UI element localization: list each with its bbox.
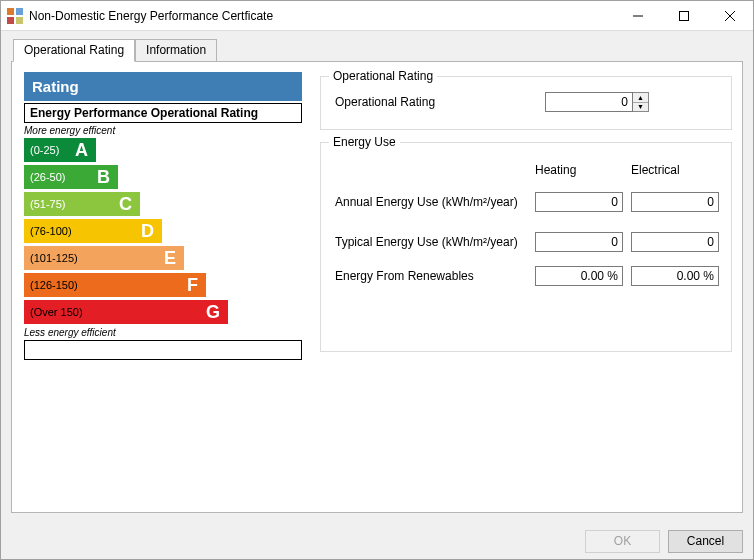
annual-heating-input[interactable]: [535, 192, 623, 212]
band-letter: F: [187, 275, 198, 296]
minimize-button[interactable]: [615, 1, 661, 30]
less-efficient-label: Less energy efficient: [24, 327, 302, 338]
group-legend: Operational Rating: [329, 69, 437, 83]
typical-electrical-input[interactable]: [631, 232, 719, 252]
rating-header: Rating: [24, 72, 302, 101]
cancel-button[interactable]: Cancel: [668, 530, 743, 553]
window: Non-Domestic Energy Performance Certfica…: [0, 0, 754, 560]
band-range: (126-150): [30, 279, 78, 291]
svg-rect-1: [680, 11, 689, 20]
group-energy-use: Energy Use Heating Electrical Annual Ene…: [320, 142, 732, 352]
rating-title: Energy Performance Operational Rating: [24, 103, 302, 123]
band-letter: G: [206, 302, 220, 323]
operational-rating-spinner[interactable]: ▲ ▼: [633, 92, 649, 112]
band-range: (101-125): [30, 252, 78, 264]
more-efficient-label: More energy efficent: [24, 125, 302, 136]
spinner-up-icon[interactable]: ▲: [633, 93, 648, 103]
tab-panel-operational: Rating Energy Performance Operational Ra…: [11, 61, 743, 513]
maximize-button[interactable]: [661, 1, 707, 30]
ok-button: OK: [585, 530, 660, 553]
rating-band-f: (126-150) F: [24, 273, 206, 297]
rating-band-c: (51-75) C: [24, 192, 140, 216]
spinner-down-icon[interactable]: ▼: [633, 103, 648, 112]
band-range: (0-25): [30, 144, 59, 156]
rating-band-a: (0-25) A: [24, 138, 96, 162]
rating-panel: Rating Energy Performance Operational Ra…: [24, 72, 302, 360]
rating-result-box: [24, 340, 302, 360]
typical-heating-input[interactable]: [535, 232, 623, 252]
tabstrip: Operational Rating Information: [11, 39, 743, 62]
operational-rating-input[interactable]: [545, 92, 633, 112]
band-letter: A: [75, 140, 88, 161]
rating-band-e: (101-125) E: [24, 246, 184, 270]
annual-energy-label: Annual Energy Use (kWh/m²/year): [335, 195, 518, 209]
band-letter: D: [141, 221, 154, 242]
group-operational-rating: Operational Rating Operational Rating ▲ …: [320, 76, 732, 130]
renewables-label: Energy From Renewables: [335, 269, 474, 283]
dialog-footer: OK Cancel: [1, 523, 753, 559]
rating-bars: (0-25) A (26-50) B (51-75) C (76-100) D: [24, 138, 302, 324]
col-heating: Heating: [535, 163, 576, 177]
typical-energy-label: Typical Energy Use (kWh/m²/year): [335, 235, 518, 249]
band-range: (26-50): [30, 171, 65, 183]
annual-electrical-input[interactable]: [631, 192, 719, 212]
window-title: Non-Domestic Energy Performance Certfica…: [29, 9, 615, 23]
tab-information[interactable]: Information: [135, 39, 217, 62]
band-range: (51-75): [30, 198, 65, 210]
close-button[interactable]: [707, 1, 753, 30]
operational-rating-label: Operational Rating: [335, 95, 435, 109]
tab-operational-rating[interactable]: Operational Rating: [13, 39, 135, 62]
titlebar: Non-Domestic Energy Performance Certfica…: [1, 1, 753, 31]
band-letter: E: [164, 248, 176, 269]
client-area: Operational Rating Information Rating En…: [1, 31, 753, 523]
group-legend: Energy Use: [329, 135, 400, 149]
renew-heating-input[interactable]: [535, 266, 623, 286]
band-range: (Over 150): [30, 306, 83, 318]
renew-electrical-input[interactable]: [631, 266, 719, 286]
band-letter: B: [97, 167, 110, 188]
app-icon: [7, 8, 23, 24]
rating-band-d: (76-100) D: [24, 219, 162, 243]
band-letter: C: [119, 194, 132, 215]
col-electrical: Electrical: [631, 163, 680, 177]
band-range: (76-100): [30, 225, 72, 237]
rating-band-g: (Over 150) G: [24, 300, 228, 324]
rating-band-b: (26-50) B: [24, 165, 118, 189]
